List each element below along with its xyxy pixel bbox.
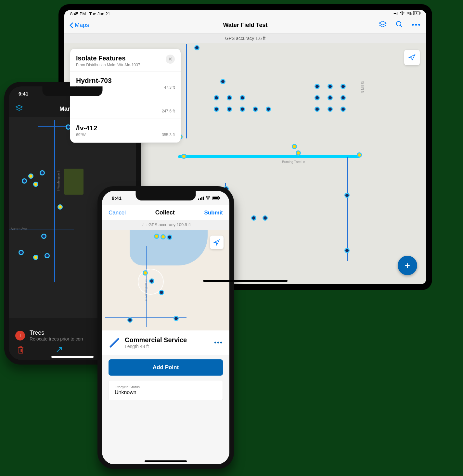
- isolate-row[interactable]: 247.6 ft: [70, 95, 181, 119]
- notch: [43, 86, 103, 96]
- layers-icon[interactable]: [15, 105, 23, 113]
- close-icon[interactable]: ✕: [166, 55, 175, 64]
- phone-light-device: 9:41 Cancel Collect Submit ⟋ · GPS accur…: [97, 186, 234, 469]
- svg-rect-16: [212, 197, 218, 199]
- map-node[interactable]: [19, 250, 24, 255]
- map-node[interactable]: [194, 45, 199, 50]
- ipad-navbar: Maps Water Field Test •••: [64, 17, 426, 33]
- street-label: Burning Tree Ln: [282, 160, 305, 164]
- map-node[interactable]: [344, 248, 350, 253]
- map-node[interactable]: [33, 255, 38, 260]
- map-node[interactable]: [174, 316, 179, 321]
- battery-icon: [413, 11, 420, 16]
- feature-title: Commercial Service: [125, 336, 187, 344]
- phone-light-navbar: Cancel Collect Submit: [102, 205, 229, 220]
- isolate-row[interactable]: /lv-412 69°W355.3 ft: [70, 119, 181, 143]
- map-node[interactable]: [167, 235, 172, 240]
- locate-button[interactable]: [210, 236, 224, 249]
- share-icon[interactable]: [56, 346, 63, 355]
- map-node[interactable]: [33, 182, 38, 187]
- home-indicator: [145, 460, 187, 462]
- map-node[interactable]: [292, 144, 297, 149]
- markup-area[interactable]: [64, 169, 84, 195]
- phone-light-screen: 9:41 Cancel Collect Submit ⟋ · GPS accur…: [102, 191, 229, 464]
- map-node[interactable]: [45, 253, 50, 258]
- map-node[interactable]: [159, 290, 164, 295]
- feature-subtitle: Length 48 ft: [125, 344, 187, 349]
- field-value: Unknown: [115, 390, 217, 395]
- wifi-icon: [400, 11, 405, 16]
- map-node[interactable]: [344, 193, 350, 198]
- signal-icon: ••ıl: [393, 11, 398, 16]
- more-icon[interactable]: •••: [214, 339, 223, 346]
- svg-rect-1: [414, 12, 415, 15]
- gps-bar: GPS accuracy 1.6 ft: [64, 33, 426, 43]
- map-node[interactable]: [58, 204, 63, 210]
- street-label: S Washington St: [57, 170, 60, 191]
- field-label: Lifecycle Status: [115, 385, 217, 389]
- map-node[interactable]: [181, 154, 186, 159]
- submit-button[interactable]: Submit: [204, 210, 223, 216]
- street-label-2: N Mill St: [361, 81, 365, 93]
- map-node[interactable]: [357, 152, 362, 158]
- trash-icon[interactable]: [17, 346, 24, 355]
- page-title: Collect: [155, 209, 175, 216]
- home-indicator: [203, 280, 288, 282]
- svg-rect-17: [219, 197, 220, 199]
- status-time: 9:41: [112, 195, 122, 201]
- battery-percent: 7%: [406, 11, 412, 16]
- locate-button[interactable]: [404, 50, 420, 65]
- home-indicator: [51, 356, 94, 358]
- add-fab[interactable]: +: [398, 256, 417, 275]
- feature-name: Hydrnt-703: [76, 77, 175, 84]
- add-point-button[interactable]: Add Point: [109, 359, 223, 376]
- svg-point-3: [396, 21, 401, 26]
- map-node[interactable]: [41, 234, 46, 239]
- svg-rect-2: [420, 12, 420, 14]
- trace-highlight: [178, 155, 360, 158]
- map-node[interactable]: [251, 215, 256, 221]
- map-node[interactable]: [127, 317, 133, 323]
- marker-icon: T: [15, 331, 25, 341]
- search-icon[interactable]: [395, 20, 403, 30]
- gps-bar: ⟋ · GPS accuracy 109.9 ft: [102, 220, 229, 230]
- notch: [136, 191, 196, 200]
- map-node[interactable]: [143, 270, 148, 276]
- marker-title: Trees: [30, 329, 83, 336]
- collect-card: Commercial Service Length 48 ft ••• Add …: [102, 330, 229, 464]
- map-node[interactable]: [263, 215, 268, 221]
- map-node[interactable]: [296, 150, 301, 156]
- back-button[interactable]: Maps: [70, 22, 89, 29]
- satellite-icon: ⟋: [141, 222, 145, 227]
- map-node[interactable]: [149, 278, 154, 284]
- svg-rect-12: [200, 198, 201, 200]
- map-node[interactable]: [40, 170, 45, 175]
- feature-type-icon: [109, 337, 120, 349]
- page-title: Water Field Test: [223, 22, 267, 29]
- svg-rect-11: [198, 199, 199, 200]
- status-time: 9:41: [19, 91, 28, 96]
- status-right: [198, 195, 220, 201]
- back-label: Maps: [75, 22, 89, 29]
- lifecycle-field[interactable]: Lifecycle Status Unknown: [109, 380, 223, 400]
- map-node[interactable]: [220, 79, 225, 84]
- status-date: Tue Jun 21: [89, 11, 110, 16]
- isolate-subtitle: From Distribution Main: Wtr-Mn-1037: [76, 63, 140, 67]
- status-time: 8:45 PM: [70, 11, 86, 16]
- map-node[interactable]: [161, 234, 166, 239]
- ipad-status-bar: 8:45 PM Tue Jun 21 ••ıl 7%: [64, 10, 426, 17]
- marker-subtitle: Relocate trees prior to con: [30, 336, 83, 341]
- map-node[interactable]: [22, 178, 27, 184]
- svg-rect-14: [203, 197, 204, 200]
- isolate-title: Isolate Features: [76, 55, 140, 62]
- map-node[interactable]: [154, 234, 159, 239]
- cancel-button[interactable]: Cancel: [109, 210, 126, 216]
- svg-rect-13: [201, 197, 202, 200]
- map-node[interactable]: [28, 174, 33, 179]
- feature-name: /lv-412: [76, 124, 175, 132]
- more-icon[interactable]: •••: [412, 20, 421, 30]
- layers-icon[interactable]: [379, 20, 387, 30]
